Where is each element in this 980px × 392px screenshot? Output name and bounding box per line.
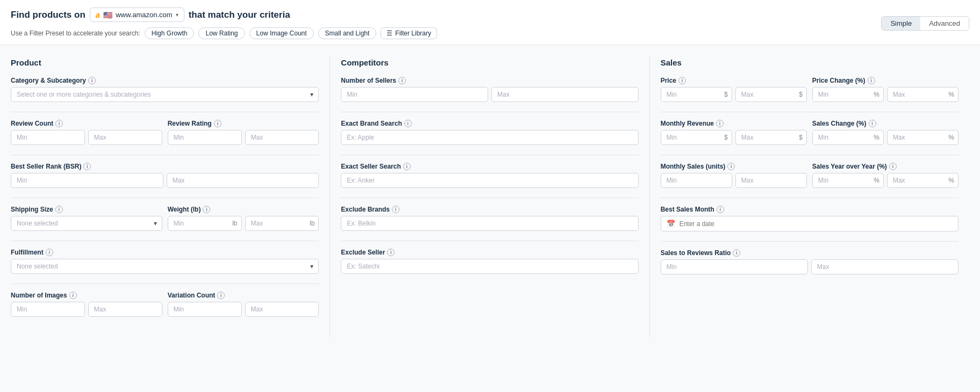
sales-yoy-min[interactable] [812, 173, 884, 188]
bsr-max[interactable] [167, 173, 319, 188]
sales-reviews-ratio-info-icon[interactable]: i [733, 249, 740, 257]
variation-count-min[interactable] [168, 302, 242, 317]
review-count-min[interactable] [11, 130, 85, 145]
fulfillment-select[interactable]: None selected [11, 259, 319, 274]
mode-simple-button[interactable]: Simple [882, 17, 920, 30]
revenue-sales-change-group: Monthly Revenue i $ $ [661, 120, 958, 145]
num-images-min[interactable] [11, 302, 85, 317]
monthly-revenue-info-icon[interactable]: i [716, 120, 724, 127]
category-select[interactable]: Select one or more categories & subcateg… [11, 87, 319, 102]
variation-count-info-icon[interactable]: i [217, 292, 225, 299]
us-flag-icon: 🇺🇸 [103, 11, 112, 19]
fulfillment-info-icon[interactable]: i [46, 249, 53, 256]
fulfillment-select-wrapper: None selected [11, 259, 319, 274]
preset-low-rating[interactable]: Low Rating [198, 27, 245, 39]
category-label: Category & Subcategory i [11, 77, 319, 84]
shipping-size-wrapper: None selected [11, 216, 162, 231]
sales-yoy-info-icon[interactable]: i [889, 163, 897, 170]
review-rating-label: Review Rating i [168, 120, 319, 127]
exact-seller-input[interactable] [341, 173, 638, 188]
review-count-max[interactable] [88, 130, 162, 145]
sales-yoy-max[interactable] [887, 173, 958, 188]
price-fields-group: Price i $ $ [661, 77, 958, 102]
preset-low-image-count[interactable]: Low Image Count [249, 27, 314, 39]
review-fields-group: Review Count i Review Rating i [11, 120, 319, 145]
mode-advanced-button[interactable]: Advanced [920, 17, 969, 30]
title-before: Find products on [11, 10, 85, 20]
price-info-icon[interactable]: i [678, 77, 686, 84]
sales-change-info-icon[interactable]: i [869, 120, 876, 127]
bsr-field-group: Best Seller Rank (BSR) i [11, 163, 319, 188]
exclude-seller-info-icon[interactable]: i [387, 249, 395, 256]
category-info-icon[interactable]: i [88, 77, 96, 84]
exclude-brands-info-icon[interactable]: i [392, 206, 399, 213]
shipping-weight-group: Shipping Size i None selected Weight (lb… [11, 206, 319, 231]
price-change-min[interactable] [812, 87, 884, 102]
exact-seller-info-icon[interactable]: i [403, 163, 411, 170]
num-sellers-min[interactable] [341, 87, 488, 102]
weight-min[interactable] [168, 216, 242, 231]
weight-info-icon[interactable]: i [203, 206, 210, 213]
monthly-revenue-label: Monthly Revenue i [661, 120, 807, 127]
shipping-size-select[interactable]: None selected [11, 216, 162, 231]
price-max[interactable] [735, 87, 807, 102]
product-section: Product Category & Subcategory i Select … [11, 56, 330, 337]
bsr-label: Best Seller Rank (BSR) i [11, 163, 319, 170]
monthly-revenue-min[interactable] [661, 130, 732, 145]
variation-count-max[interactable] [245, 302, 319, 317]
filter-library-button[interactable]: ☰ Filter Library [381, 27, 437, 39]
monthly-sales-label: Monthly Sales (units) i [661, 163, 807, 170]
sales-reviews-ratio-min[interactable] [661, 259, 808, 274]
sales-section: Sales Price i $ $ [650, 56, 969, 337]
exact-brand-input[interactable] [341, 130, 638, 145]
category-field-group: Category & Subcategory i Select one or m… [11, 77, 319, 102]
exclude-brands-field-group: Exclude Brands i [341, 206, 638, 231]
preset-high-growth[interactable]: High Growth [145, 27, 195, 39]
monthly-sales-yoy-group: Monthly Sales (units) i Sales Year over … [661, 163, 958, 188]
exclude-seller-label: Exclude Seller i [341, 249, 638, 256]
monthly-sales-max[interactable] [735, 173, 807, 188]
sales-reviews-ratio-label: Sales to Reviews Ratio i [661, 249, 958, 257]
price-change-max[interactable] [887, 87, 958, 102]
review-count-label: Review Count i [11, 120, 162, 127]
best-sales-month-input[interactable] [679, 220, 953, 228]
exclude-seller-field-group: Exclude Seller i [341, 249, 638, 274]
weight-max[interactable] [245, 216, 319, 231]
title-after: that match your criteria [189, 10, 290, 20]
sales-reviews-ratio-max[interactable] [811, 259, 958, 274]
exclude-seller-input[interactable] [341, 259, 638, 274]
review-count-info-icon[interactable]: i [55, 120, 63, 127]
preset-small-and-light[interactable]: Small and Light [318, 27, 377, 39]
num-sellers-max[interactable] [491, 87, 639, 102]
monthly-sales-info-icon[interactable]: i [727, 163, 735, 170]
sales-change-max[interactable] [887, 130, 958, 145]
num-images-info-icon[interactable]: i [69, 292, 77, 299]
num-sellers-label: Number of Sellers i [341, 77, 638, 84]
num-images-label: Number of Images i [11, 292, 162, 299]
amazon-domain-selector[interactable]: a 🇺🇸 www.amazon.com ▾ [90, 8, 184, 22]
fulfillment-label: Fulfillment i [11, 249, 319, 256]
shipping-size-info-icon[interactable]: i [55, 206, 63, 213]
exact-seller-label: Exact Seller Search i [341, 163, 638, 170]
best-sales-month-info-icon[interactable]: i [717, 206, 724, 213]
review-rating-info-icon[interactable]: i [214, 120, 221, 127]
review-rating-min[interactable] [168, 130, 242, 145]
monthly-revenue-max[interactable] [735, 130, 807, 145]
num-sellers-info-icon[interactable]: i [398, 77, 406, 84]
preset-label: Use a Filter Preset to accelerate your s… [11, 30, 140, 37]
monthly-sales-min[interactable] [661, 173, 732, 188]
images-variation-group: Number of Images i Variation Count i [11, 292, 319, 317]
sales-yoy-label: Sales Year over Year (%) i [812, 163, 958, 170]
bsr-info-icon[interactable]: i [83, 163, 91, 170]
num-images-max[interactable] [88, 302, 162, 317]
date-input-wrapper: 📅 [661, 216, 958, 231]
price-change-info-icon[interactable]: i [868, 77, 875, 84]
bsr-min[interactable] [11, 173, 163, 188]
review-rating-max[interactable] [245, 130, 319, 145]
sales-change-min[interactable] [812, 130, 884, 145]
calendar-icon: 📅 [667, 220, 675, 228]
fulfillment-field-group: Fulfillment i None selected [11, 249, 319, 274]
exclude-brands-input[interactable] [341, 216, 638, 231]
exact-brand-info-icon[interactable]: i [404, 120, 412, 127]
price-min[interactable] [661, 87, 732, 102]
